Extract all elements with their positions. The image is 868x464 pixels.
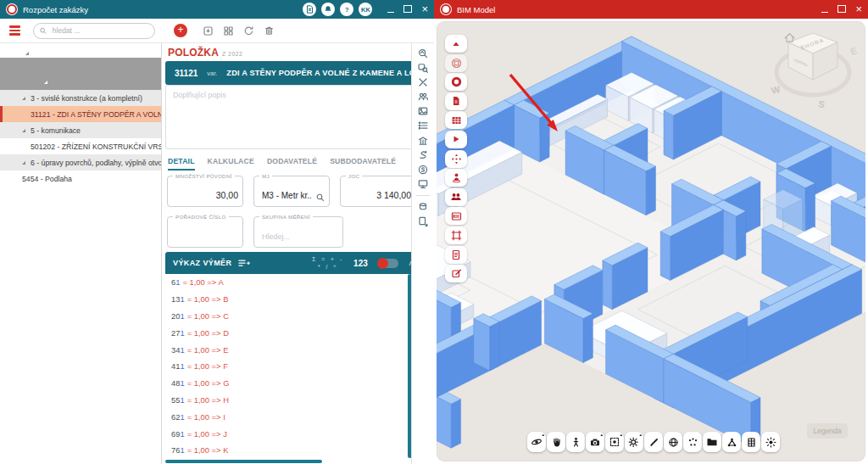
tree-row[interactable]: 501202 - ZŘÍZENÍ KONSTRUKČNÍ VRSTVY TĚLE… <box>0 138 161 154</box>
crop-button[interactable] <box>445 226 467 244</box>
expand-arrow-icon[interactable] <box>44 81 47 84</box>
operator-buttons[interactable]: Σ=+- */^ <box>312 256 342 270</box>
tree-row[interactable]: 31121 - ZDI A STĚNY PODPĚR A VOLNÉ Z KAM… <box>0 106 161 122</box>
description-input[interactable] <box>165 85 412 149</box>
vykaz-row[interactable]: 691= 1,00 => J <box>165 425 407 442</box>
pan-button[interactable] <box>547 432 565 452</box>
team-icon[interactable] <box>418 92 429 103</box>
unit-input[interactable] <box>260 190 313 201</box>
tools-icon[interactable] <box>418 76 429 87</box>
joc-input[interactable] <box>347 189 412 201</box>
document-button[interactable] <box>445 246 467 264</box>
bell-icon[interactable] <box>321 3 335 16</box>
vykaz-row[interactable]: 761= 1,00 => K <box>165 442 407 458</box>
vykaz-row[interactable]: 341= 1,00 => E <box>165 341 407 358</box>
operator[interactable]: = <box>321 256 325 263</box>
tree-row[interactable] <box>0 58 161 74</box>
minimize-button[interactable] <box>821 5 828 14</box>
refresh-button[interactable] <box>242 25 255 37</box>
walk-button[interactable] <box>566 432 585 452</box>
storeys-button[interactable] <box>742 432 760 452</box>
numbering-toggle[interactable] <box>378 259 398 268</box>
bim-viewport[interactable]: W S E SHORA zepředu <box>437 21 865 461</box>
detail-tab[interactable]: DODAVATELÉ <box>267 157 317 171</box>
expand-arrow-icon[interactable] <box>22 97 25 100</box>
cashflow-icon[interactable] <box>418 149 429 160</box>
home-view-icon[interactable] <box>783 31 796 44</box>
minimize-button[interactable] <box>387 5 394 14</box>
play-button[interactable] <box>445 131 467 148</box>
person-view-button[interactable] <box>445 169 467 187</box>
vykaz-row[interactable]: 201= 1,00 => C <box>165 308 407 325</box>
operator[interactable]: - <box>340 256 342 263</box>
close-button[interactable]: × <box>855 5 862 14</box>
image-icon[interactable] <box>418 106 429 117</box>
tree-row[interactable]: 3 - svislé konstrukce (a kompletní) <box>0 90 161 106</box>
list-arrow-icon[interactable] <box>238 259 250 268</box>
points-button[interactable] <box>683 432 702 452</box>
table-button[interactable] <box>445 111 467 129</box>
document-icon[interactable] <box>303 3 316 16</box>
expand-arrow-icon[interactable] <box>22 161 25 165</box>
vykaz-row[interactable]: 271= 1,00 => D <box>165 324 407 341</box>
help-icon[interactable]: ? <box>340 3 353 16</box>
structure-button[interactable] <box>722 432 741 452</box>
save-button[interactable] <box>202 25 214 37</box>
snapshot-button[interactable] <box>605 432 624 452</box>
joc-field[interactable]: JOC <box>340 176 412 207</box>
avatar[interactable]: KK <box>359 3 372 16</box>
collapse-up-button[interactable] <box>445 35 467 53</box>
quantity-field[interactable]: MNOŽSTVÍ PŮVODNÍ <box>167 176 243 207</box>
globe-button[interactable] <box>664 432 682 452</box>
tree-row[interactable]: 5454 - Podlaha <box>0 171 161 187</box>
vykaz-row[interactable]: 131= 1,00 => B <box>165 291 407 308</box>
close-button[interactable]: × <box>421 5 428 14</box>
tree-row[interactable]: 6 - úpravy povrchů, podlahy, výplně otvo… <box>0 154 161 171</box>
menu-icon[interactable] <box>9 25 20 36</box>
measure-group-field[interactable]: SKUPINA MĚŘENÍ <box>253 216 343 248</box>
vykaz-row[interactable]: 411= 1,00 => F <box>165 358 407 375</box>
search-input[interactable] <box>51 25 148 36</box>
maximize-button[interactable] <box>403 5 412 14</box>
layout-grid-button[interactable] <box>222 25 235 37</box>
people-button[interactable] <box>445 188 467 206</box>
detail-tab[interactable]: DETAIL <box>168 157 195 171</box>
operator[interactable]: Σ <box>312 256 315 263</box>
quantity-input[interactable] <box>174 189 240 201</box>
export-icon[interactable] <box>418 215 429 226</box>
tools-button[interactable] <box>625 432 643 452</box>
detail-tab[interactable]: SUBDODAVATELÉ <box>330 157 396 171</box>
zoom-selection-icon[interactable] <box>418 62 429 73</box>
price-icon[interactable] <box>418 165 429 176</box>
tree-row[interactable]: 5 - komunikace <box>0 122 161 138</box>
operator[interactable]: ^ <box>333 264 336 271</box>
tree-row[interactable] <box>0 49 161 58</box>
vykaz-row[interactable]: 551= 1,00 => H <box>165 392 407 409</box>
properties-button[interactable] <box>445 207 467 225</box>
resources-icon[interactable] <box>418 201 429 212</box>
zoom-home-icon[interactable] <box>418 48 429 59</box>
folder-button[interactable] <box>703 432 721 452</box>
vykaz-row[interactable]: 481= 1,00 => G <box>165 375 407 392</box>
navigation-cube[interactable]: W S E SHORA zepředu <box>762 23 864 116</box>
bank-icon[interactable] <box>418 135 429 146</box>
checklist-icon[interactable] <box>418 120 429 131</box>
detail-tab[interactable]: KALKULACE <box>208 157 254 171</box>
operator[interactable]: / <box>326 264 328 271</box>
expand-arrow-icon[interactable] <box>22 129 25 132</box>
search-box[interactable] <box>33 23 155 39</box>
measure-group-input[interactable] <box>260 231 340 242</box>
record-button[interactable] <box>445 73 467 91</box>
orbit-button[interactable] <box>527 432 546 452</box>
order-number-field[interactable]: POŘADOVÉ ČÍSLO <box>167 216 243 248</box>
file-button[interactable] <box>445 92 467 110</box>
operator[interactable]: * <box>318 264 320 271</box>
camera-button[interactable] <box>586 432 604 452</box>
move-button[interactable] <box>445 150 467 168</box>
order-number-input[interactable] <box>174 231 240 242</box>
unit-field[interactable]: MJ <box>253 176 330 207</box>
settings-button[interactable] <box>761 432 780 452</box>
vykaz-row[interactable]: 621= 1,00 => I <box>165 408 407 425</box>
vykaz-row[interactable]: 61= 1,00 => A <box>165 274 407 291</box>
operator[interactable]: + <box>331 256 334 263</box>
